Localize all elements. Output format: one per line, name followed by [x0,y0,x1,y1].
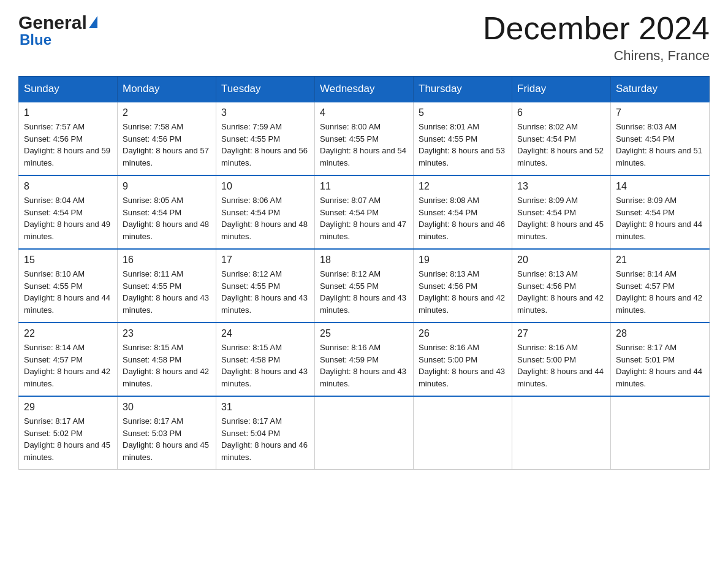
calendar-cell-w4-d6: 28 Sunrise: 8:17 AM Sunset: 5:01 PM Dayl… [611,323,710,396]
calendar-cell-w1-d2: 3 Sunrise: 7:59 AM Sunset: 4:55 PM Dayli… [216,102,315,175]
col-thursday: Thursday [414,77,512,102]
day-info: Sunrise: 8:13 AM Sunset: 4:56 PM Dayligh… [419,268,507,316]
day-info: Sunrise: 8:13 AM Sunset: 4:56 PM Dayligh… [517,268,605,316]
day-number: 31 [221,402,309,413]
col-tuesday: Tuesday [216,77,315,102]
logo-triangle-icon [89,16,97,28]
calendar-cell-w5-d3 [315,396,414,470]
day-info: Sunrise: 8:02 AM Sunset: 4:54 PM Dayligh… [517,121,605,169]
day-number: 30 [123,402,211,413]
calendar-cell-w1-d6: 7 Sunrise: 8:03 AM Sunset: 4:54 PM Dayli… [611,102,710,175]
day-number: 12 [419,181,507,192]
location-text: Chirens, France [483,48,710,64]
day-number: 6 [517,107,605,118]
day-info: Sunrise: 8:16 AM Sunset: 5:00 PM Dayligh… [419,342,507,389]
day-info: Sunrise: 8:16 AM Sunset: 5:00 PM Dayligh… [517,342,605,389]
logo-general-text: General [18,12,87,33]
calendar-cell-w4-d1: 23 Sunrise: 8:15 AM Sunset: 4:58 PM Dayl… [118,323,216,396]
calendar-cell-w5-d5 [512,396,611,470]
day-number: 11 [320,181,408,192]
day-number: 8 [24,181,112,192]
day-info: Sunrise: 8:09 AM Sunset: 4:54 PM Dayligh… [616,194,704,242]
calendar-cell-w3-d2: 17 Sunrise: 8:12 AM Sunset: 4:55 PM Dayl… [216,249,315,323]
day-number: 3 [221,107,309,118]
day-number: 18 [320,255,408,266]
calendar-cell-w2-d5: 13 Sunrise: 8:09 AM Sunset: 4:54 PM Dayl… [512,175,611,249]
calendar-cell-w4-d4: 26 Sunrise: 8:16 AM Sunset: 5:00 PM Dayl… [414,323,512,396]
day-info: Sunrise: 8:08 AM Sunset: 4:54 PM Dayligh… [419,194,507,242]
calendar-cell-w5-d4 [414,396,512,470]
calendar-cell-w1-d0: 1 Sunrise: 7:57 AM Sunset: 4:56 PM Dayli… [19,102,118,175]
day-info: Sunrise: 8:05 AM Sunset: 4:54 PM Dayligh… [123,194,211,242]
day-number: 20 [517,255,605,266]
calendar-cell-w5-d0: 29 Sunrise: 8:17 AM Sunset: 5:02 PM Dayl… [19,396,118,470]
col-sunday: Sunday [19,77,118,102]
logo-blue-text: Blue [20,33,97,47]
calendar-cell-w4-d2: 24 Sunrise: 8:15 AM Sunset: 4:58 PM Dayl… [216,323,315,396]
calendar-cell-w3-d4: 19 Sunrise: 8:13 AM Sunset: 4:56 PM Dayl… [414,249,512,323]
day-number: 26 [419,328,507,339]
calendar-week-2: 8 Sunrise: 8:04 AM Sunset: 4:54 PM Dayli… [19,175,710,249]
day-number: 9 [123,181,211,192]
day-info: Sunrise: 8:14 AM Sunset: 4:57 PM Dayligh… [24,342,112,389]
day-number: 29 [24,402,112,413]
day-info: Sunrise: 7:58 AM Sunset: 4:56 PM Dayligh… [123,121,211,169]
day-info: Sunrise: 8:10 AM Sunset: 4:55 PM Dayligh… [24,268,112,316]
calendar-cell-w4-d5: 27 Sunrise: 8:16 AM Sunset: 5:00 PM Dayl… [512,323,611,396]
day-info: Sunrise: 8:06 AM Sunset: 4:54 PM Dayligh… [221,194,309,242]
calendar-cell-w2-d0: 8 Sunrise: 8:04 AM Sunset: 4:54 PM Dayli… [19,175,118,249]
day-info: Sunrise: 8:15 AM Sunset: 4:58 PM Dayligh… [221,342,309,389]
calendar-cell-w2-d6: 14 Sunrise: 8:09 AM Sunset: 4:54 PM Dayl… [611,175,710,249]
calendar-week-4: 22 Sunrise: 8:14 AM Sunset: 4:57 PM Dayl… [19,323,710,396]
day-info: Sunrise: 8:17 AM Sunset: 5:04 PM Dayligh… [221,415,309,463]
day-number: 10 [221,181,309,192]
calendar-cell-w3-d1: 16 Sunrise: 8:11 AM Sunset: 4:55 PM Dayl… [118,249,216,323]
calendar-cell-w5-d2: 31 Sunrise: 8:17 AM Sunset: 5:04 PM Dayl… [216,396,315,470]
calendar-header-row: Sunday Monday Tuesday Wednesday Thursday… [19,77,710,102]
day-info: Sunrise: 8:03 AM Sunset: 4:54 PM Dayligh… [616,121,704,169]
calendar-week-3: 15 Sunrise: 8:10 AM Sunset: 4:55 PM Dayl… [19,249,710,323]
day-number: 27 [517,328,605,339]
day-number: 28 [616,328,704,339]
day-info: Sunrise: 8:01 AM Sunset: 4:55 PM Dayligh… [419,121,507,169]
day-info: Sunrise: 8:17 AM Sunset: 5:01 PM Dayligh… [616,342,704,389]
col-friday: Friday [512,77,611,102]
day-info: Sunrise: 8:09 AM Sunset: 4:54 PM Dayligh… [517,194,605,242]
day-number: 19 [419,255,507,266]
month-title: December 2024 [483,12,710,44]
calendar-cell-w5-d6 [611,396,710,470]
day-number: 7 [616,107,704,118]
calendar-cell-w2-d1: 9 Sunrise: 8:05 AM Sunset: 4:54 PM Dayli… [118,175,216,249]
day-info: Sunrise: 8:15 AM Sunset: 4:58 PM Dayligh… [123,342,211,389]
calendar-week-1: 1 Sunrise: 7:57 AM Sunset: 4:56 PM Dayli… [19,102,710,175]
day-number: 22 [24,328,112,339]
calendar-cell-w4-d3: 25 Sunrise: 8:16 AM Sunset: 4:59 PM Dayl… [315,323,414,396]
day-info: Sunrise: 8:16 AM Sunset: 4:59 PM Dayligh… [320,342,408,389]
calendar-cell-w1-d5: 6 Sunrise: 8:02 AM Sunset: 4:54 PM Dayli… [512,102,611,175]
calendar-cell-w4-d0: 22 Sunrise: 8:14 AM Sunset: 4:57 PM Dayl… [19,323,118,396]
day-info: Sunrise: 8:12 AM Sunset: 4:55 PM Dayligh… [320,268,408,316]
day-number: 17 [221,255,309,266]
calendar-cell-w2-d2: 10 Sunrise: 8:06 AM Sunset: 4:54 PM Dayl… [216,175,315,249]
calendar-cell-w2-d3: 11 Sunrise: 8:07 AM Sunset: 4:54 PM Dayl… [315,175,414,249]
day-number: 23 [123,328,211,339]
calendar-cell-w1-d3: 4 Sunrise: 8:00 AM Sunset: 4:55 PM Dayli… [315,102,414,175]
day-info: Sunrise: 8:17 AM Sunset: 5:02 PM Dayligh… [24,415,112,463]
calendar-cell-w3-d6: 21 Sunrise: 8:14 AM Sunset: 4:57 PM Dayl… [611,249,710,323]
day-number: 2 [123,107,211,118]
calendar-cell-w2-d4: 12 Sunrise: 8:08 AM Sunset: 4:54 PM Dayl… [414,175,512,249]
day-number: 16 [123,255,211,266]
day-info: Sunrise: 8:14 AM Sunset: 4:57 PM Dayligh… [616,268,704,316]
day-number: 21 [616,255,704,266]
day-number: 24 [221,328,309,339]
day-info: Sunrise: 8:17 AM Sunset: 5:03 PM Dayligh… [123,415,211,463]
day-number: 14 [616,181,704,192]
day-info: Sunrise: 8:07 AM Sunset: 4:54 PM Dayligh… [320,194,408,242]
col-monday: Monday [118,77,216,102]
day-number: 5 [419,107,507,118]
calendar-cell-w3-d0: 15 Sunrise: 8:10 AM Sunset: 4:55 PM Dayl… [19,249,118,323]
col-wednesday: Wednesday [315,77,414,102]
day-info: Sunrise: 8:00 AM Sunset: 4:55 PM Dayligh… [320,121,408,169]
day-info: Sunrise: 7:57 AM Sunset: 4:56 PM Dayligh… [24,121,112,169]
day-info: Sunrise: 7:59 AM Sunset: 4:55 PM Dayligh… [221,121,309,169]
